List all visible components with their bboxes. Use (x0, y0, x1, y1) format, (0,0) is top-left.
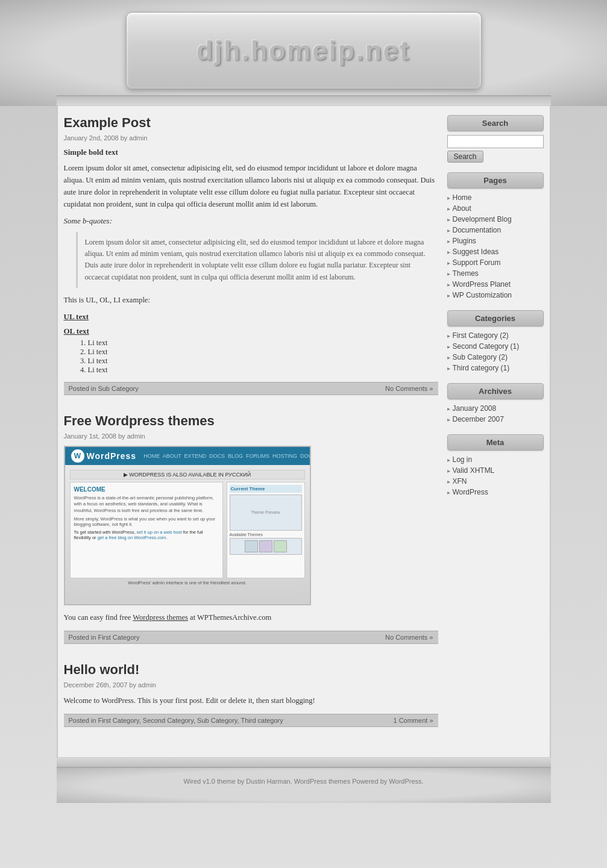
posted-in: Posted in Sub Category (69, 385, 139, 392)
archives-widget: Archives January 2008 December 2007 (447, 383, 544, 425)
header-box: djh.homeip.net (126, 12, 482, 89)
meta-widget: Meta Log in Valid XHTML XFN WordPress (447, 434, 544, 498)
comments-link[interactable]: No Comments » (385, 634, 433, 641)
meta-item-xfn[interactable]: XFN (447, 476, 544, 487)
page-item-support[interactable]: Support Forum (447, 257, 544, 268)
blockquote: Lorem ipsum dolor sit amet, consectetur … (76, 232, 438, 288)
post-footer: Posted in First Category, Second Categor… (64, 714, 438, 727)
archives-list: January 2008 December 2007 (447, 403, 544, 425)
search-input[interactable] (447, 135, 544, 148)
pages-widget-title: Pages (447, 172, 544, 189)
search-button[interactable]: Search (447, 151, 483, 163)
pages-widget: Pages Home About Development Blog Docume… (447, 172, 544, 301)
category-item-sub[interactable]: Sub Category (2) (447, 352, 544, 363)
bquotes-label: Some b-quotes: (64, 216, 438, 226)
archive-item-dec2007[interactable]: December 2007 (447, 414, 544, 425)
page-item-suggest[interactable]: Suggest Ideas (447, 246, 544, 257)
list-item: Li text (88, 348, 438, 357)
archives-widget-title: Archives (447, 383, 544, 399)
post-footer: Posted in Sub Category No Comments » (64, 382, 438, 395)
page-item-about[interactable]: About (447, 203, 544, 214)
meta-item-xhtml[interactable]: Valid XHTML (447, 465, 544, 476)
post-paragraph: Lorem ipsum dolor sit amet, consectetur … (64, 162, 438, 210)
post-body: Welcome to WordPress. This is your first… (64, 695, 438, 707)
meta-item-wp[interactable]: WordPress (447, 487, 544, 498)
page-item-home[interactable]: Home (447, 192, 544, 203)
category-item-third[interactable]: Third category (1) (447, 363, 544, 373)
sidebar: Search Search Pages Home About Developme… (447, 115, 544, 745)
meta-widget-title: Meta (447, 434, 544, 451)
post-title[interactable]: Free Wordpress themes (64, 413, 438, 429)
post-footer: Posted in First Category No Comments » (64, 631, 438, 644)
categories-list: First Category (2) Second Category (1) S… (447, 330, 544, 373)
posted-in: Posted in First Category, Second Categor… (69, 717, 283, 724)
archive-item-jan2008[interactable]: January 2008 (447, 403, 544, 414)
search-widget-title: Search (447, 115, 544, 131)
post-body: Simple bold text Lorem ipsum dolor sit a… (64, 148, 438, 375)
list-item: Li text (88, 366, 438, 375)
post-text: You can easy find free Wordpress themes … (64, 611, 438, 623)
post-title[interactable]: Hello world! (64, 662, 438, 678)
categories-widget: Categories First Category (2) Second Cat… (447, 310, 544, 373)
wordpress-screenshot: W WordPress HOME ABOUT EXTEND DOCS BLOG … (64, 446, 311, 605)
post-meta: January 2nd, 2008 by admin (64, 134, 438, 142)
categories-widget-title: Categories (447, 310, 544, 326)
post-hello-world: Hello world! December 26th, 2007 by admi… (64, 662, 438, 727)
page-item-docs[interactable]: Documentation (447, 225, 544, 236)
comments-link[interactable]: 1 Comment » (393, 717, 433, 724)
post-subtitle: Simple bold text (64, 148, 438, 157)
main-content: Example Post January 2nd, 2008 by admin … (64, 115, 438, 745)
ul-text: UL text (64, 312, 438, 322)
post-title[interactable]: Example Post (64, 115, 438, 131)
post-meta: December 26th, 2007 by admin (64, 681, 438, 688)
list-item: Li text (88, 339, 438, 348)
ol-text: OL text (64, 326, 438, 336)
post-body: You can easy find free Wordpress themes … (64, 611, 438, 623)
category-item-second[interactable]: Second Category (1) (447, 341, 544, 352)
post-meta: January 1st, 2008 by admin (64, 432, 438, 440)
page-item-devblog[interactable]: Development Blog (447, 214, 544, 225)
post-paragraph: Welcome to WordPress. This is your first… (64, 695, 438, 707)
footer-text: Wired v1.0 theme by Dustin Harman. WordP… (183, 778, 423, 785)
post-example-post: Example Post January 2nd, 2008 by admin … (64, 115, 438, 395)
page-item-plugins[interactable]: Plugins (447, 236, 544, 246)
comments-link[interactable]: No Comments » (385, 385, 433, 392)
list-example-label: This is UL, OL, LI example: (64, 294, 438, 306)
meta-list: Log in Valid XHTML XFN WordPress (447, 454, 544, 498)
post-free-wordpress: Free Wordpress themes January 1st, 2008 … (64, 413, 438, 644)
list-item: Li text (88, 357, 438, 366)
pages-list: Home About Development Blog Documentatio… (447, 192, 544, 301)
site-title: djh.homeip.net (139, 36, 469, 66)
meta-item-login[interactable]: Log in (447, 454, 544, 465)
search-widget: Search Search (447, 115, 544, 163)
footer: Wired v1.0 theme by Dustin Harman. WordP… (57, 768, 551, 803)
page-item-wpcustom[interactable]: WP Customization (447, 290, 544, 301)
wp-themes-link[interactable]: Wordpress themes (133, 613, 188, 622)
category-item-first[interactable]: First Category (2) (447, 330, 544, 341)
page-item-themes[interactable]: Themes (447, 268, 544, 279)
page-item-wpplanet[interactable]: WordPress Planet (447, 279, 544, 290)
posted-in: Posted in First Category (69, 634, 140, 641)
